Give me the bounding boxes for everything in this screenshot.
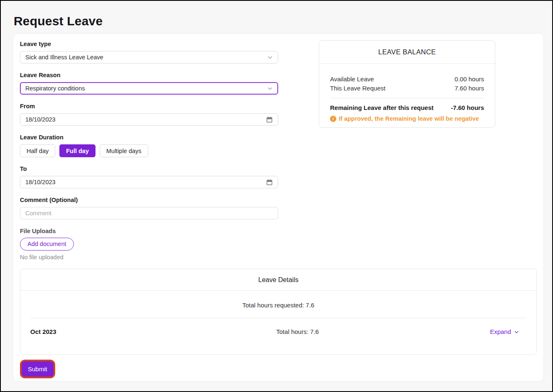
from-date-label: From: [20, 103, 278, 110]
to-date-label: To: [20, 166, 278, 172]
month-label: Oct 2023: [30, 328, 105, 335]
from-date-input[interactable]: 18/10/2023: [20, 113, 278, 126]
balance-divider: [330, 98, 484, 98]
leave-type-field: Leave type Sick and Illness Leave Leave: [20, 41, 278, 63]
comment-input[interactable]: [20, 207, 278, 219]
duration-half-day-button[interactable]: Half day: [20, 144, 55, 157]
remaining-leave-value: -7.60 hours: [451, 103, 484, 112]
total-hours-requested: Total hours requested: 7.6: [20, 291, 536, 309]
expand-link[interactable]: Expand: [490, 328, 519, 335]
expand-label: Expand: [490, 328, 511, 335]
leave-type-value: Sick and Illness Leave Leave: [25, 54, 103, 61]
negative-balance-warning: i If approved, the Remaining leave will …: [330, 115, 484, 122]
leave-duration-options: Half day Full day Multiple days: [20, 144, 278, 157]
file-uploads-field: File Uploads Add document No file upload…: [20, 228, 278, 261]
to-date-input[interactable]: 18/10/2023: [20, 176, 278, 188]
leave-balance-body: Available Leave 0.00 hours This Leave Re…: [319, 64, 495, 122]
leave-balance-title: LEAVE BALANCE: [319, 41, 495, 64]
from-date-value: 18/10/2023: [25, 116, 56, 123]
month-row: Oct 2023 Total hours: 7.6 Expand: [20, 318, 536, 335]
month-total-hours: Total hours: 7.6: [105, 328, 490, 335]
this-request-value: 7.60 hours: [455, 84, 484, 93]
from-date-field: From 18/10/2023: [20, 103, 278, 126]
page-title: Request Leave: [14, 14, 103, 28]
leave-balance-card: LEAVE BALANCE Available Leave 0.00 hours…: [319, 40, 495, 128]
to-date-field: To 18/10/2023: [20, 166, 278, 188]
leave-details-card: Leave Details Total hours requested: 7.6…: [20, 269, 537, 355]
this-request-label: This Leave Request: [330, 84, 385, 93]
submit-button[interactable]: Submit: [22, 361, 54, 377]
warning-text: If approved, the Remaining leave will be…: [339, 115, 479, 122]
to-date-value: 18/10/2023: [25, 179, 56, 185]
leave-reason-field: Leave Reason Respiratory conditions: [20, 72, 278, 95]
leave-duration-label: Leave Duration: [20, 134, 278, 141]
request-leave-form-card: Leave type Sick and Illness Leave Leave …: [13, 33, 544, 382]
leave-form: Leave type Sick and Illness Leave Leave …: [20, 41, 278, 261]
request-leave-page: Request Leave Leave type Sick and Illnes…: [0, 0, 553, 392]
remaining-leave-label: Remaining Leave after this request: [330, 103, 433, 112]
duration-multiple-days-button[interactable]: Multiple days: [100, 144, 148, 157]
remaining-leave-row: Remaining Leave after this request -7.60…: [330, 103, 484, 112]
leave-reason-label: Leave Reason: [20, 72, 278, 78]
info-icon: i: [330, 116, 336, 122]
available-leave-row: Available Leave 0.00 hours: [330, 75, 484, 84]
comment-label: Comment (Optional): [20, 197, 278, 203]
leave-details-title: Leave Details: [20, 269, 536, 291]
comment-field: Comment (Optional): [20, 197, 278, 219]
this-request-row: This Leave Request 7.60 hours: [330, 84, 484, 93]
available-leave-label: Available Leave: [330, 75, 374, 84]
chevron-down-icon: [267, 56, 273, 59]
available-leave-value: 0.00 hours: [455, 75, 484, 84]
calendar-icon[interactable]: [266, 179, 273, 185]
leave-type-label: Leave type: [20, 41, 278, 47]
leave-reason-select[interactable]: Respiratory conditions: [20, 82, 278, 95]
file-uploads-label: File Uploads: [20, 228, 278, 234]
add-document-button[interactable]: Add document: [20, 238, 74, 251]
chevron-down-icon: [514, 328, 519, 335]
chevron-down-icon: [267, 87, 273, 90]
leave-type-select[interactable]: Sick and Illness Leave Leave: [20, 51, 278, 63]
calendar-icon[interactable]: [266, 116, 273, 123]
leave-reason-value: Respiratory conditions: [25, 85, 85, 92]
leave-duration-field: Leave Duration Half day Full day Multipl…: [20, 134, 278, 157]
duration-full-day-button[interactable]: Full day: [59, 144, 95, 157]
file-upload-status: No file uploaded: [20, 254, 278, 261]
